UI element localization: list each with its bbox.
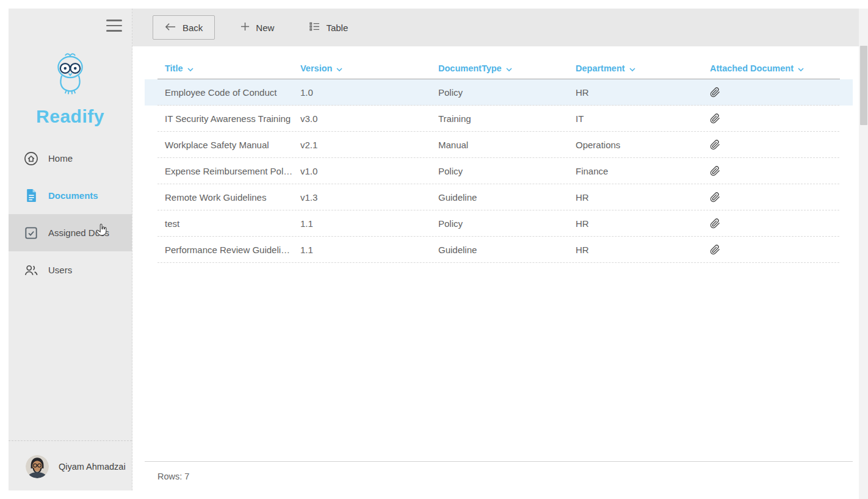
cell-attached-document: [703, 166, 840, 176]
cell-title: Workplace Safety Manual: [157, 140, 293, 150]
cell-title: Employee Code of Conduct: [157, 87, 293, 98]
table-row[interactable]: Workplace Safety Manual v2.1 Manual Oper…: [145, 132, 853, 158]
cell-department: HR: [568, 245, 703, 255]
column-header-attached-document[interactable]: Attached Document: [703, 63, 840, 73]
users-icon: [23, 262, 39, 278]
column-header-document-type[interactable]: DocumentType: [431, 63, 568, 73]
sidebar-item-label: Users: [48, 265, 72, 275]
chevron-down-icon: [336, 63, 342, 73]
column-header-label: Attached Document: [710, 63, 794, 73]
cell-version: v1.3: [293, 192, 431, 203]
hamburger-menu-icon[interactable]: [106, 20, 122, 32]
paperclip-icon[interactable]: [710, 140, 720, 150]
cell-version: v2.1: [293, 140, 431, 150]
cell-department: Operations: [568, 140, 703, 150]
cell-document-type: Policy: [431, 87, 568, 98]
column-header-label: Version: [300, 63, 332, 73]
cell-title: Performance Review Guidelin...: [157, 245, 293, 255]
cell-version: 1.1: [293, 218, 431, 229]
cell-department: Finance: [568, 166, 703, 176]
cell-attached-document: [703, 192, 840, 203]
back-button-label: Back: [183, 23, 203, 33]
cell-version: 1.0: [293, 87, 431, 98]
document-icon: [23, 188, 39, 204]
table-footer: Rows: 7: [145, 461, 853, 490]
app-logo: Readify: [9, 50, 132, 127]
paperclip-icon[interactable]: [710, 87, 720, 98]
cell-document-type: Training: [431, 113, 568, 124]
sidebar-item-home[interactable]: Home: [9, 140, 132, 177]
cell-title: Expense Reimbursement Poli...: [157, 166, 293, 176]
table-row[interactable]: Remote Work Guidelines v1.3 Guideline HR: [145, 184, 853, 210]
table-body: Employee Code of Conduct 1.0 Policy HR I…: [145, 79, 853, 263]
rows-count: Rows: 7: [157, 472, 189, 481]
sidebar-item-label: Assigned Docs: [48, 228, 109, 238]
paperclip-icon[interactable]: [710, 218, 720, 229]
table-section: Title Version DocumentType Department: [132, 46, 859, 490]
cell-department: HR: [568, 192, 703, 203]
sidebar-item-documents[interactable]: Documents: [9, 177, 132, 214]
scrollbar-thumb[interactable]: [860, 46, 867, 125]
paperclip-icon[interactable]: [710, 166, 720, 176]
sidebar-item-assigned-docs[interactable]: Assigned Docs: [9, 214, 132, 251]
plus-icon: [241, 22, 250, 33]
cell-document-type: Guideline: [431, 245, 568, 255]
chevron-down-icon: [187, 63, 193, 73]
vertical-scrollbar[interactable]: [859, 9, 868, 499]
table-row[interactable]: Expense Reimbursement Poli... v1.0 Polic…: [145, 158, 853, 184]
user-profile[interactable]: Qiyam Ahmadzai: [26, 455, 126, 478]
sidebar-item-users[interactable]: Users: [9, 251, 132, 289]
paperclip-icon[interactable]: [710, 245, 720, 255]
owl-logo-icon: [47, 93, 93, 103]
chevron-down-icon: [798, 63, 804, 73]
table-view-button[interactable]: Table: [300, 15, 358, 40]
cell-title: test: [157, 218, 293, 229]
cell-attached-document: [703, 140, 840, 150]
cell-attached-document: [703, 218, 840, 229]
column-header-label: Title: [165, 63, 183, 73]
chevron-down-icon: [629, 63, 635, 73]
sidebar-nav: Home Documents: [9, 140, 132, 289]
back-arrow-icon: [165, 23, 176, 33]
paperclip-icon[interactable]: [710, 113, 720, 124]
cell-attached-document: [703, 87, 840, 98]
table-row[interactable]: Employee Code of Conduct 1.0 Policy HR: [145, 79, 853, 106]
cell-department: HR: [568, 87, 703, 98]
cell-department: HR: [568, 218, 703, 229]
new-button-label: New: [256, 23, 274, 33]
chevron-down-icon: [506, 63, 512, 73]
back-button[interactable]: Back: [153, 15, 215, 40]
app-window: Readify Home: [0, 0, 868, 499]
clipboard-check-icon: [23, 225, 39, 241]
paperclip-icon[interactable]: [710, 192, 720, 203]
table-row[interactable]: IT Security Awareness Training v3.0 Trai…: [145, 106, 853, 132]
home-icon: [23, 151, 39, 167]
app-title: Readify: [9, 106, 132, 127]
column-header-label: DocumentType: [438, 63, 502, 73]
toolbar: Back New: [132, 9, 859, 46]
cell-version: v3.0: [293, 113, 431, 124]
new-button[interactable]: New: [231, 15, 284, 40]
table-header-row: Title Version DocumentType Department: [157, 57, 840, 79]
column-header-department[interactable]: Department: [568, 63, 703, 73]
sidebar-item-label: Documents: [48, 190, 98, 201]
cell-version: 1.1: [293, 245, 431, 255]
table-row[interactable]: test 1.1 Policy HR: [145, 210, 853, 237]
sidebar-item-label: Home: [48, 153, 73, 163]
cell-attached-document: [703, 113, 840, 124]
table-row[interactable]: Performance Review Guidelin... 1.1 Guide…: [145, 237, 853, 263]
main-panel: Back New: [132, 9, 859, 490]
cell-title: Remote Work Guidelines: [157, 192, 293, 203]
cell-department: IT: [568, 113, 703, 124]
avatar: [26, 455, 49, 478]
user-name: Qiyam Ahmadzai: [59, 462, 126, 472]
cell-title: IT Security Awareness Training: [157, 113, 293, 124]
sidebar-divider: [9, 440, 132, 441]
sidebar: Readify Home: [9, 9, 132, 490]
cell-document-type: Manual: [431, 140, 568, 150]
column-header-title[interactable]: Title: [157, 63, 293, 73]
cell-document-type: Policy: [431, 218, 568, 229]
cell-version: v1.0: [293, 166, 431, 176]
column-header-version[interactable]: Version: [293, 63, 431, 73]
cell-attached-document: [703, 245, 840, 255]
